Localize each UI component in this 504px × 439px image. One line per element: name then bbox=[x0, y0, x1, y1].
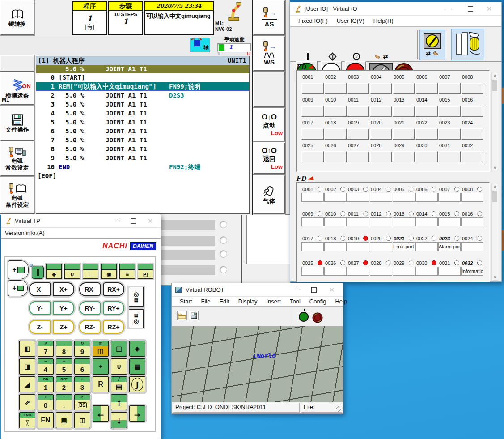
key-9[interactable]: ↻9 bbox=[74, 341, 90, 357]
blank-strip-button[interactable] bbox=[253, 72, 285, 107]
jog-mode-button[interactable]: ◉ bbox=[101, 264, 117, 279]
io-title-bar[interactable]: [User IO] - Virtual IO ✕ bbox=[290, 2, 501, 16]
io-label-field[interactable] bbox=[301, 217, 324, 226]
motors-on-button[interactable] bbox=[299, 312, 309, 322]
menu-item[interactable]: Edit bbox=[215, 297, 233, 306]
cursor-right-key[interactable]: → bbox=[129, 405, 145, 422]
program-line[interactable]: 85.0 %JOINT A1 T1 bbox=[36, 145, 249, 154]
save-button[interactable] bbox=[189, 311, 199, 320]
open-project-button[interactable] bbox=[177, 311, 187, 320]
program-line[interactable]: 45.0 %JOINT A1 T1 bbox=[36, 109, 249, 118]
io-label-field[interactable]: Informatic bbox=[461, 267, 483, 276]
io-lamp[interactable] bbox=[386, 187, 391, 192]
io-label-field[interactable] bbox=[347, 193, 369, 202]
sidebar-weave-button[interactable]: ON 横摆运条 M1 bbox=[0, 72, 34, 105]
io-input-button[interactable] bbox=[415, 151, 438, 162]
tp-power-button[interactable] bbox=[32, 266, 44, 279]
io-label-field[interactable] bbox=[347, 217, 369, 226]
menu-item[interactable]: Tool bbox=[285, 297, 305, 306]
io-label-field[interactable] bbox=[415, 217, 438, 226]
io-label-field[interactable] bbox=[301, 193, 324, 202]
io-lamp[interactable] bbox=[477, 236, 482, 241]
menu-item[interactable]: User IO(V) bbox=[332, 17, 369, 25]
jog-key-rym-[interactable]: RY- bbox=[79, 301, 101, 315]
maximize-button[interactable] bbox=[463, 2, 478, 15]
interpolation-key[interactable]: ⇗ bbox=[19, 394, 35, 410]
program-line[interactable]: 10ENDFN92;终端 bbox=[36, 163, 249, 172]
io-lamp[interactable] bbox=[432, 236, 436, 241]
program-display-button[interactable]: + bbox=[8, 260, 29, 279]
key-5[interactable]: ∞5 bbox=[56, 358, 72, 375]
mode-knob-toggle-button[interactable]: ⇄ bbox=[419, 30, 445, 60]
jog-key-zm-[interactable]: Z- bbox=[29, 320, 51, 334]
program-box-1-key[interactable]: ◧ bbox=[19, 341, 35, 357]
close-button[interactable]: ✕ bbox=[324, 283, 339, 296]
overlap-shift-key[interactable]: ◫◫ bbox=[93, 341, 109, 357]
io-input-button[interactable] bbox=[438, 106, 461, 117]
menu-item[interactable]: Help(H) bbox=[369, 17, 398, 25]
close-button[interactable]: ✕ bbox=[482, 2, 497, 15]
io-input-button[interactable] bbox=[393, 151, 415, 162]
io-lamp[interactable] bbox=[477, 211, 482, 216]
io-input-button[interactable] bbox=[370, 128, 392, 140]
program-stack-button[interactable]: + bbox=[8, 280, 28, 296]
program-line[interactable]: 25.0 %JOINT A1 T1D2S3 bbox=[36, 91, 249, 100]
jog-key-xm-[interactable]: X- bbox=[29, 282, 51, 296]
io-input-button[interactable] bbox=[370, 83, 392, 94]
io-input-button[interactable] bbox=[393, 128, 415, 140]
io-lamp[interactable] bbox=[363, 211, 368, 216]
io-input-button[interactable] bbox=[301, 151, 324, 162]
program-line[interactable]: 1REM["可以输入中文qimuqiang"]FN99;说明 bbox=[36, 82, 249, 91]
io-lamp[interactable] bbox=[363, 236, 368, 241]
io-lamp[interactable] bbox=[454, 187, 459, 192]
io-input-button[interactable] bbox=[370, 106, 392, 117]
io-input-button[interactable] bbox=[347, 151, 369, 162]
function-key[interactable]: FN bbox=[38, 412, 54, 428]
menu-item[interactable]: Display bbox=[234, 297, 262, 306]
backspace-key[interactable]: ⁄:BS bbox=[74, 394, 90, 410]
io-input-button[interactable] bbox=[415, 83, 438, 94]
menu-version-info[interactable]: Version info.(A) bbox=[5, 229, 49, 237]
io-input-button[interactable] bbox=[415, 106, 438, 117]
wire-retract-button[interactable]: O↑O 退回 Low bbox=[253, 142, 285, 174]
io-input-button[interactable] bbox=[347, 83, 369, 94]
input-scrollbar[interactable]: ∧ ∨ bbox=[491, 72, 498, 171]
io-label-field[interactable] bbox=[393, 217, 415, 226]
io-input-button[interactable] bbox=[438, 83, 461, 94]
coordinate-button[interactable]: ∟ bbox=[83, 264, 98, 279]
jog-key-rxm-plus[interactable]: RX+ bbox=[103, 282, 124, 296]
screen-keyboard-key[interactable]: ▦ bbox=[129, 358, 145, 375]
io-input-button[interactable] bbox=[324, 151, 347, 162]
io-label-field[interactable] bbox=[461, 193, 483, 202]
robot-select-button[interactable]: ◈ bbox=[46, 264, 62, 279]
overlap-key[interactable]: ◫ bbox=[111, 341, 127, 357]
cursor-down-key[interactable]: ↓ bbox=[111, 412, 127, 428]
io-lamp[interactable] bbox=[477, 187, 482, 192]
io-lamp[interactable] bbox=[454, 211, 459, 216]
io-lamp[interactable] bbox=[409, 187, 414, 192]
arc-start-button[interactable]: → AS bbox=[253, 0, 285, 35]
axis-mode-button[interactable]: ↶↷ 轴 bbox=[190, 38, 210, 52]
io-input-button[interactable] bbox=[324, 83, 347, 94]
key-8[interactable]: →8 bbox=[56, 341, 72, 357]
io-lamp[interactable] bbox=[318, 260, 322, 265]
io-input-button[interactable] bbox=[301, 106, 324, 117]
io-label-field[interactable] bbox=[370, 242, 392, 251]
io-input-button[interactable] bbox=[461, 106, 483, 117]
gas-check-button[interactable]: 气体 bbox=[253, 175, 285, 214]
copy-page-key[interactable]: ◫ bbox=[74, 412, 90, 428]
hands-key[interactable]: ∪ bbox=[111, 358, 127, 375]
io-lamp[interactable] bbox=[340, 187, 345, 192]
menu-item[interactable]: Start bbox=[175, 297, 196, 306]
jog-key-xm-plus[interactable]: X+ bbox=[53, 282, 74, 296]
jog-key-ym-[interactable]: Y- bbox=[29, 301, 51, 315]
key-4[interactable]: ─4 bbox=[38, 358, 54, 375]
jog-key-rzm-plus[interactable]: RZ+ bbox=[103, 320, 124, 334]
jog-key-rym-plus[interactable]: RY+ bbox=[103, 301, 124, 315]
weave-start-button[interactable]: → WS bbox=[253, 36, 285, 71]
jog-key-rxm-[interactable]: RX- bbox=[79, 282, 101, 296]
io-lamp[interactable] bbox=[432, 211, 436, 216]
io-lamp[interactable] bbox=[318, 211, 322, 216]
scroll-down-icon[interactable]: ∨ bbox=[492, 275, 498, 279]
window-zoom-button[interactable]: ◎▤ bbox=[129, 287, 144, 307]
